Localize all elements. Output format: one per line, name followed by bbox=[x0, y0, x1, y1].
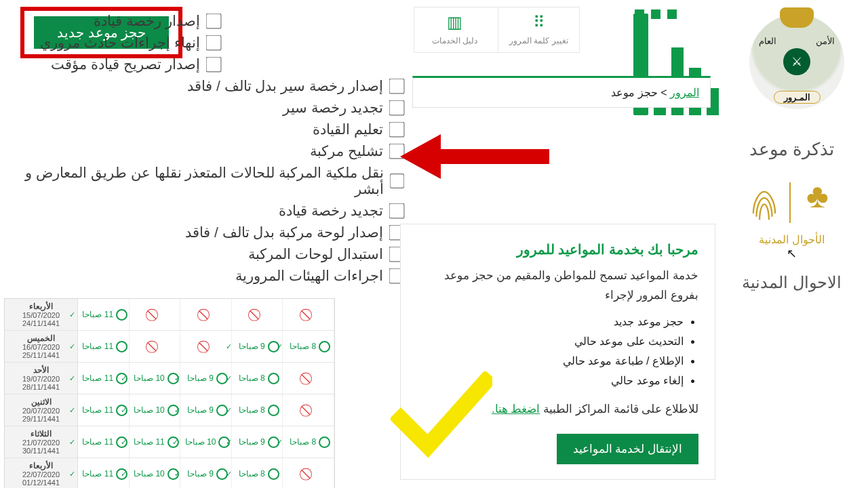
time-slot[interactable]: 10 صباحا bbox=[180, 426, 232, 458]
services-list: إصدار رخصة قيادةإنهاء إجراءات حادث مروري… bbox=[7, 7, 403, 287]
schedule-row: 8 صباحا9 صباحا10 صباحا11 صباحا11 صباحاال… bbox=[5, 426, 334, 458]
service-option[interactable]: إصدار تصريح قيادة مؤقت bbox=[7, 54, 403, 75]
available-slot[interactable]: 11 صباحا bbox=[79, 373, 127, 384]
service-option[interactable]: تشليح مركبة bbox=[7, 140, 403, 162]
card-title: مرحبا بك بخدمة المواعيد للمرور bbox=[417, 238, 698, 261]
time-slot[interactable]: 11 صباحا bbox=[78, 426, 130, 458]
time-slot[interactable]: 10 صباحا bbox=[130, 394, 181, 426]
schedule-date: الأحد19/07/202028/11/1441 bbox=[5, 363, 78, 394]
available-slot[interactable]: 11 صباحا bbox=[79, 309, 127, 321]
schedule-row: 8 صباحا9 صباحا10 صباحا11 صباحاالأربعاء22… bbox=[5, 458, 334, 488]
available-slot[interactable]: 8 صباحا bbox=[235, 405, 279, 416]
header-tiles: ⠿ تغيير كلمة المرور ▥ دليل الخدمات bbox=[414, 7, 580, 53]
schedule-table: 11 صباحاالأربعاء15/07/202024/11/14418 صب… bbox=[4, 298, 335, 488]
available-slot[interactable]: 11 صباحا bbox=[79, 341, 127, 352]
service-option[interactable]: تجديد رخصة سير bbox=[7, 97, 403, 119]
service-checkbox[interactable] bbox=[389, 100, 405, 116]
time-slot[interactable]: 9 صباحا bbox=[180, 458, 232, 488]
available-slot[interactable]: 9 صباحا bbox=[184, 405, 228, 416]
time-slot bbox=[283, 394, 334, 426]
schedule-date: الأربعاء15/07/202024/11/1441 bbox=[5, 299, 78, 330]
available-slot[interactable]: 9 صباحا bbox=[235, 436, 279, 448]
red-arrow-annotation bbox=[400, 129, 556, 186]
available-slot[interactable]: 9 صباحا bbox=[235, 341, 279, 352]
service-checkbox[interactable] bbox=[206, 35, 222, 51]
service-label: إصدار لوحة مركبة بدل تالف / فاقد bbox=[185, 224, 383, 241]
service-label: اجراءات الهيئات المرورية bbox=[235, 268, 383, 284]
breadcrumb: المرور > حجز موعد bbox=[412, 76, 711, 108]
service-option[interactable]: إصدار رخصة قيادة bbox=[7, 10, 403, 32]
service-label: تعليم القيادة bbox=[313, 121, 383, 138]
schedule-row: 8 صباحا9 صباحا10 صباحا11 صباحاالاثنين20/… bbox=[5, 394, 334, 426]
time-slot bbox=[283, 458, 334, 488]
time-slot[interactable]: 10 صباحا bbox=[130, 458, 181, 488]
time-slot[interactable]: 8 صباحا bbox=[232, 394, 283, 426]
time-slot[interactable]: 11 صباحا bbox=[130, 426, 181, 458]
available-slot[interactable]: 11 صباحا bbox=[79, 468, 127, 480]
time-slot[interactable]: 11 صباحا bbox=[78, 363, 130, 394]
service-label: استبدال لوحات المركبة bbox=[248, 246, 383, 262]
service-option[interactable]: إنهاء إجراءات حادث مروري bbox=[7, 32, 403, 54]
service-checkbox[interactable] bbox=[389, 203, 405, 219]
service-label: إنهاء إجراءات حادث مروري bbox=[40, 35, 200, 51]
time-slot[interactable]: 11 صباحا bbox=[78, 331, 130, 362]
available-slot[interactable]: 8 صباحا bbox=[286, 436, 330, 448]
available-slot[interactable]: 10 صباحا bbox=[130, 468, 179, 480]
service-checkbox[interactable] bbox=[389, 79, 405, 94]
time-slot[interactable]: 8 صباحا bbox=[232, 458, 283, 488]
tile-label: دليل الخدمات bbox=[432, 36, 477, 45]
tile-services-guide[interactable]: ▥ دليل الخدمات bbox=[414, 7, 495, 52]
time-slot bbox=[180, 331, 232, 362]
service-option[interactable]: إصدار رخصة سير بدل تالف / فاقد bbox=[7, 75, 403, 97]
time-slot[interactable]: 8 صباحا bbox=[283, 331, 334, 362]
service-option[interactable]: تجديد رخصة قيادة bbox=[7, 200, 403, 222]
service-label: تجديد رخصة سير bbox=[283, 100, 383, 116]
time-slot[interactable]: 11 صباحا bbox=[78, 394, 130, 426]
available-slot[interactable]: 10 صباحا bbox=[182, 436, 231, 448]
available-slot[interactable]: 8 صباحا bbox=[286, 341, 330, 352]
service-option[interactable]: إصدار لوحة مركبة بدل تالف / فاقد bbox=[7, 222, 403, 243]
time-slot[interactable]: 9 صباحا bbox=[180, 363, 232, 394]
available-slot[interactable]: 9 صباحا bbox=[184, 468, 228, 480]
service-checkbox[interactable] bbox=[206, 14, 222, 29]
available-slot[interactable]: 11 صباحا bbox=[79, 436, 127, 448]
svg-rect-0 bbox=[434, 149, 549, 164]
schedule-row: 8 صباحا9 صباحا10 صباحا11 صباحاالأحد19/07… bbox=[5, 363, 334, 394]
time-slot[interactable]: 9 صباحا bbox=[232, 426, 283, 458]
tile-change-password[interactable]: ⠿ تغيير كلمة المرور bbox=[498, 7, 579, 52]
time-slot[interactable]: 8 صباحا bbox=[232, 363, 283, 394]
right-column: تذكرة موعد ♣ الأحوال المدنية ↖ الاحوال ا… bbox=[722, 139, 861, 292]
breadcrumb-sep: > bbox=[658, 87, 667, 98]
time-slot[interactable]: 11 صباحا bbox=[78, 458, 130, 488]
schedule-date: الثلاثاء21/07/202030/11/1441 bbox=[5, 426, 78, 458]
service-label: تشليح مركبة bbox=[310, 143, 383, 159]
service-option[interactable]: تعليم القيادة bbox=[7, 119, 403, 140]
medical-centers-link[interactable]: اضغط هنا. bbox=[492, 403, 540, 415]
service-option[interactable]: نقل ملكية المركبة للحالات المتعذر نقلها … bbox=[7, 162, 403, 200]
muroor-logo: الأمن العام ⚔ المـرور bbox=[732, 5, 861, 117]
schedule-date: الخميس16/07/202025/11/1441 bbox=[5, 331, 78, 362]
time-slot[interactable]: 11 صباحا bbox=[78, 299, 130, 330]
time-slot[interactable]: 9 صباحا bbox=[180, 394, 232, 426]
schedule-row: 8 صباحا9 صباحا11 صباحاالخميس16/07/202025… bbox=[5, 331, 334, 363]
card-desc: خدمة المواعيد تسمح للمواطن والمقيم من حج… bbox=[417, 266, 698, 306]
time-slot[interactable]: 8 صباحا bbox=[283, 426, 334, 458]
badge-ribbon: المـرور bbox=[774, 91, 821, 104]
breadcrumb-root-link[interactable]: المرور bbox=[670, 87, 699, 98]
breadcrumb-leaf: حجز موعد bbox=[611, 87, 657, 98]
proceed-button[interactable]: الإنتقال لخدمة المواعيد bbox=[557, 434, 698, 464]
time-slot[interactable]: 9 صباحا bbox=[232, 331, 283, 362]
available-slot[interactable]: 8 صباحا bbox=[235, 468, 279, 480]
available-slot[interactable]: 10 صباحا bbox=[130, 405, 179, 416]
available-slot[interactable]: 10 صباحا bbox=[130, 373, 179, 384]
service-option[interactable]: استبدال لوحات المركبة bbox=[7, 243, 403, 265]
available-slot[interactable]: 11 صباحا bbox=[79, 405, 127, 416]
available-slot[interactable]: 9 صباحا bbox=[184, 373, 228, 384]
service-checkbox[interactable] bbox=[206, 57, 222, 73]
time-slot[interactable]: 10 صباحا bbox=[130, 363, 181, 394]
available-slot[interactable]: 11 صباحا bbox=[130, 436, 179, 448]
palm-icon: ♣ bbox=[797, 179, 838, 226]
available-slot[interactable]: 8 صباحا bbox=[235, 373, 279, 384]
palm-emblem-icon: ⚔ bbox=[783, 48, 810, 75]
service-option[interactable]: اجراءات الهيئات المرورية bbox=[7, 265, 403, 287]
